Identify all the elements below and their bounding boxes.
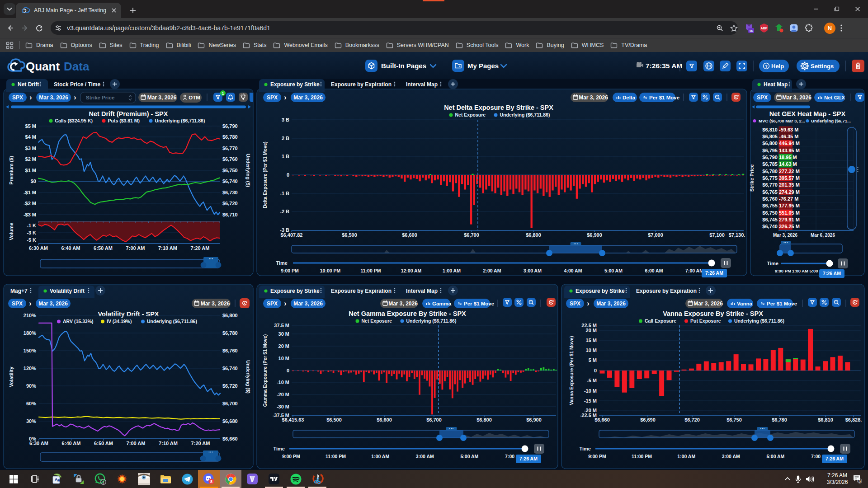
svg-text:$6,795: $6,795 [762,148,778,153]
svg-text:446.94 M: 446.94 M [779,141,800,146]
svg-text:Underlying ($6,711.86): Underlying ($6,711.86) [155,118,205,123]
svg-text:$3 M: $3 M [25,145,36,151]
svg-text:Exposure by Expiration: Exposure by Expiration [331,81,392,88]
svg-text:Calls ($324.95 K): Calls ($324.95 K) [55,118,93,123]
svg-text:Per $1 Move: Per $1 Move [767,301,797,306]
svg-text:-5 M: -5 M [587,378,597,383]
svg-text:$6,790: $6,790 [762,155,778,160]
svg-text:$6,790: $6,790 [222,123,238,129]
svg-text:-10 M: -10 M [584,388,597,394]
svg-text:Delta: Delta [623,95,636,100]
svg-text:Mar 3, 2026: Mar 3, 2026 [201,300,230,307]
svg-text:326.25 M: 326.25 M [779,224,800,229]
svg-text:180%: 180% [24,330,36,336]
svg-text:$6,415.63: $6,415.63 [282,417,304,422]
svg-text:$7,130.: $7,130. [729,232,745,238]
svg-text:9:00 PM: 9:00 PM [588,454,606,459]
svg-text:MVC ($6,700 Mar 3, 2...: MVC ($6,700 Mar 3, 2... [759,118,805,123]
svg-text:ARV (15.33%): ARV (15.33%) [63,319,94,324]
svg-text:Mar 3, 2026: Mar 3, 2026 [147,94,177,101]
svg-text:Mar 3, 2026: Mar 3, 2026 [39,94,68,101]
svg-text:0: 0 [287,172,289,178]
svg-text:$6,700: $6,700 [464,232,479,238]
svg-text:Mar 3, 2026: Mar 3, 2026 [388,300,418,307]
svg-text:$6,660: $6,660 [594,417,610,422]
svg-text:20 M: 20 M [586,328,597,333]
svg-text:7:00 AM: 7:00 AM [126,245,145,251]
svg-text:›: › [29,300,31,307]
svg-text:150%: 150% [24,348,36,353]
svg-text:$2 M: $2 M [25,156,36,162]
svg-text:$0: $0 [31,178,36,184]
svg-text:$6,740: $6,740 [222,366,238,371]
svg-text:B: B [57,479,61,483]
svg-text:Built-In Pages: Built-In Pages [381,62,426,70]
svg-text:1: 1 [222,91,224,96]
svg-text:Time: Time [276,260,288,266]
svg-text:$5 M: $5 M [25,123,36,129]
svg-text:1:00 AM: 1:00 AM [371,454,389,459]
svg-text:$6,730: $6,730 [222,190,238,195]
svg-text:1:00 AM: 1:00 AM [443,268,461,273]
svg-text:Underlying ($6,711.86): Underlying ($6,711.86) [406,318,457,324]
svg-text:279.91 M: 279.91 M [779,217,800,222]
svg-text:Heat Map: Heat Map [764,81,788,88]
svg-text:0: 0 [594,368,597,373]
svg-text:Mar 3, 2026: Mar 3, 2026 [596,300,626,307]
svg-text:Interval Map: Interval Map [406,288,438,294]
svg-text:20 M: 20 M [278,343,289,349]
svg-text:-$3 M: -$3 M [24,212,36,217]
svg-text:Underlying ($6,711.86): Underlying ($6,711.86) [500,112,550,117]
svg-text:4:00 AM: 4:00 AM [564,268,582,273]
svg-text:10 M: 10 M [586,347,597,353]
svg-text:$6,690: $6,690 [640,417,656,422]
svg-text:SPX: SPX [12,300,23,307]
svg-text:7:10 AM: 7:10 AM [159,441,178,446]
svg-text:7:00 AM: 7:00 AM [685,268,703,273]
svg-text:Underlying ($6,711.86): Underlying ($6,711.86) [734,318,784,324]
svg-text:$4 M: $4 M [25,134,36,140]
svg-text:$6,760: $6,760 [222,156,238,162]
svg-text:Net Drift (Premium) - SPX: Net Drift (Premium) - SPX [89,110,168,117]
svg-text:$6,780: $6,780 [222,134,238,140]
svg-text:$6,745: $6,745 [762,217,778,222]
svg-text:Volatility: Volatility [9,366,14,387]
svg-text:7:26 AM: 7:26 AM [519,456,538,461]
svg-text:90%: 90% [26,383,36,389]
svg-text:$6,600: $6,600 [377,417,392,422]
svg-text:SPX: SPX [570,300,580,307]
svg-text:6:30 AM: 6:30 AM [29,245,48,251]
svg-text:Delta Exposure (Per $1 Move): Delta Exposure (Per $1 Move) [262,141,268,208]
svg-text:Settings: Settings [811,63,834,70]
svg-text:$6,760: $6,760 [222,348,238,353]
svg-text:Net Exposure: Net Exposure [362,318,392,324]
svg-text:$6,770: $6,770 [762,182,778,188]
svg-text:$6,775: $6,775 [762,175,778,181]
svg-text:$6,500: $6,500 [342,232,357,238]
svg-text:Net Exposure: Net Exposure [455,112,486,117]
svg-text:Mar 3, 2026: Mar 3, 2026 [293,300,323,307]
svg-text:Exposure by Strike: Exposure by Strike [270,81,320,88]
svg-text:Net Drift: Net Drift [18,81,39,88]
svg-text:3:00 AM: 3:00 AM [722,454,740,459]
svg-text:10 M: 10 M [278,356,289,361]
svg-text:37.5 M: 37.5 M [274,323,289,328]
svg-text:$6,780: $6,780 [222,330,238,336]
svg-text:$6,800: $6,800 [222,313,238,318]
svg-text:$6,720: $6,720 [222,201,238,206]
svg-text:Net Delta Exposure By Strike -: Net Delta Exposure By Strike - SPX [444,104,553,111]
svg-text:10:00 PM: 10:00 PM [320,268,341,273]
svg-text:$6,700: $6,700 [426,417,442,422]
svg-text:12:00 AM: 12:00 AM [401,268,422,273]
svg-text:-76.27 M: -76.27 M [779,196,798,202]
svg-text:395.57 M: 395.57 M [779,175,800,181]
svg-text:11:00 PM: 11:00 PM [632,454,652,459]
svg-text:⇋: ⇋ [458,301,462,306]
svg-text:18.95 M: 18.95 M [779,155,797,160]
svg-text:274.29 M: 274.29 M [779,189,800,195]
svg-text:$6,740: $6,740 [222,178,238,184]
svg-text:6:30 AM: 6:30 AM [29,441,48,446]
svg-text:3:00 AM: 3:00 AM [524,268,542,273]
svg-text:6:00 AM: 6:00 AM [645,268,663,273]
svg-text:-46.35 M: -46.35 M [779,134,798,139]
